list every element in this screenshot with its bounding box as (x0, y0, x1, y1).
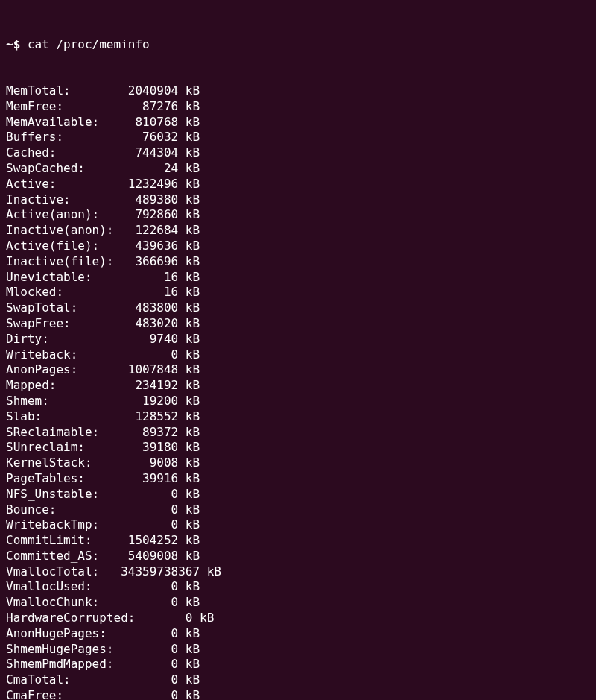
meminfo-row: SUnreclaim: 39180 kB (6, 440, 590, 455)
meminfo-unit: kB (178, 487, 200, 502)
meminfo-row: Bounce: 0 kB (6, 502, 590, 518)
meminfo-value: 128552 (121, 409, 178, 425)
meminfo-value: 87276 (121, 99, 178, 115)
meminfo-unit: kB (178, 378, 200, 394)
meminfo-value: 483800 (121, 300, 178, 316)
meminfo-label: AnonPages: (6, 362, 121, 378)
meminfo-row: Writeback: 0 kB (6, 347, 590, 363)
meminfo-label: Active: (6, 177, 121, 192)
meminfo-label: Writeback: (6, 347, 121, 363)
meminfo-value: 0 (121, 688, 178, 700)
meminfo-value: 122684 (121, 223, 178, 239)
meminfo-value: 34359738367 (121, 564, 200, 580)
meminfo-row: WritebackTmp: 0 kB (6, 517, 590, 533)
meminfo-value: 0 (121, 579, 178, 595)
meminfo-unit: kB (178, 549, 200, 564)
meminfo-row: Cached: 744304 kB (6, 145, 590, 161)
meminfo-value: 366696 (121, 254, 178, 270)
meminfo-unit: kB (178, 223, 200, 239)
meminfo-value: 2040904 (121, 83, 178, 99)
meminfo-label: Committed_AS: (6, 549, 121, 564)
meminfo-unit: kB (178, 177, 200, 192)
meminfo-unit: kB (178, 657, 200, 672)
meminfo-unit: kB (178, 192, 200, 208)
meminfo-unit: kB (178, 394, 200, 409)
meminfo-row: Active(file): 439636 kB (6, 239, 590, 254)
meminfo-unit: kB (178, 533, 200, 549)
meminfo-unit: kB (178, 347, 200, 363)
terminal-output[interactable]: ~$ cat /proc/meminfo MemTotal: 2040904 k… (6, 6, 590, 700)
meminfo-row: CommitLimit: 1504252 kB (6, 533, 590, 549)
meminfo-unit: kB (178, 161, 200, 177)
meminfo-label: MemFree: (6, 99, 121, 115)
meminfo-label: Unevictable: (6, 270, 121, 286)
meminfo-row: Mapped: 234192 kB (6, 378, 590, 394)
meminfo-output: MemTotal: 2040904 kBMemFree: 87276 kBMem… (6, 83, 590, 700)
meminfo-label: PageTables: (6, 471, 121, 487)
meminfo-row: CmaTotal: 0 kB (6, 672, 590, 688)
meminfo-label: SwapCached: (6, 161, 121, 177)
meminfo-unit: kB (178, 145, 200, 161)
meminfo-unit: kB (178, 595, 200, 611)
meminfo-row: SwapTotal: 483800 kB (6, 300, 590, 316)
meminfo-unit: kB (178, 517, 200, 533)
meminfo-label: SUnreclaim: (6, 440, 121, 455)
meminfo-label: Mlocked: (6, 285, 121, 300)
meminfo-label: ShmemHugePages: (6, 642, 121, 658)
meminfo-unit: kB (178, 332, 200, 347)
meminfo-unit: kB (178, 99, 200, 115)
meminfo-value: 0 (135, 611, 192, 626)
meminfo-unit: kB (200, 564, 221, 580)
meminfo-row: AnonHugePages: 0 kB (6, 626, 590, 642)
meminfo-value: 1007848 (121, 362, 178, 378)
meminfo-unit: kB (178, 626, 200, 642)
meminfo-value: 39916 (121, 471, 178, 487)
meminfo-unit: kB (192, 611, 214, 626)
meminfo-value: 0 (121, 502, 178, 518)
meminfo-row: VmallocTotal: 34359738367 kB (6, 564, 590, 580)
meminfo-row: SwapFree: 483020 kB (6, 316, 590, 332)
meminfo-value: 24 (121, 161, 178, 177)
meminfo-label: Inactive: (6, 192, 121, 208)
meminfo-row: MemAvailable: 810768 kB (6, 115, 590, 130)
meminfo-unit: kB (178, 270, 200, 286)
meminfo-row: Slab: 128552 kB (6, 409, 590, 425)
meminfo-value: 489380 (121, 192, 178, 208)
meminfo-row: NFS_Unstable: 0 kB (6, 487, 590, 502)
meminfo-label: Active(file): (6, 239, 121, 254)
meminfo-value: 792860 (121, 207, 178, 223)
meminfo-value: 1504252 (121, 533, 178, 549)
meminfo-label: MemAvailable: (6, 115, 121, 130)
meminfo-row: AnonPages: 1007848 kB (6, 362, 590, 378)
meminfo-unit: kB (178, 409, 200, 425)
meminfo-row: ShmemHugePages: 0 kB (6, 642, 590, 658)
meminfo-unit: kB (178, 455, 200, 471)
meminfo-row: Dirty: 9740 kB (6, 332, 590, 347)
meminfo-unit: kB (178, 115, 200, 130)
meminfo-label: Dirty: (6, 332, 121, 347)
meminfo-row: MemTotal: 2040904 kB (6, 83, 590, 99)
meminfo-label: CmaFree: (6, 688, 121, 700)
meminfo-unit: kB (178, 672, 200, 688)
meminfo-label: SwapTotal: (6, 300, 121, 316)
meminfo-value: 439636 (121, 239, 178, 254)
meminfo-label: SwapFree: (6, 316, 121, 332)
meminfo-row: Mlocked: 16 kB (6, 285, 590, 300)
meminfo-label: MemTotal: (6, 83, 121, 99)
meminfo-unit: kB (178, 316, 200, 332)
meminfo-row: Inactive: 489380 kB (6, 192, 590, 208)
meminfo-label: Mapped: (6, 378, 121, 394)
meminfo-label: ShmemPmdMapped: (6, 657, 121, 672)
meminfo-value: 9740 (121, 332, 178, 347)
meminfo-value: 76032 (121, 130, 178, 145)
meminfo-unit: kB (178, 83, 200, 99)
meminfo-row: SwapCached: 24 kB (6, 161, 590, 177)
meminfo-row: Shmem: 19200 kB (6, 394, 590, 409)
meminfo-label: NFS_Unstable: (6, 487, 121, 502)
meminfo-label: Slab: (6, 409, 121, 425)
meminfo-value: 16 (121, 285, 178, 300)
meminfo-label: Shmem: (6, 394, 121, 409)
meminfo-value: 0 (121, 595, 178, 611)
meminfo-label: Cached: (6, 145, 121, 161)
meminfo-value: 39180 (121, 440, 178, 455)
